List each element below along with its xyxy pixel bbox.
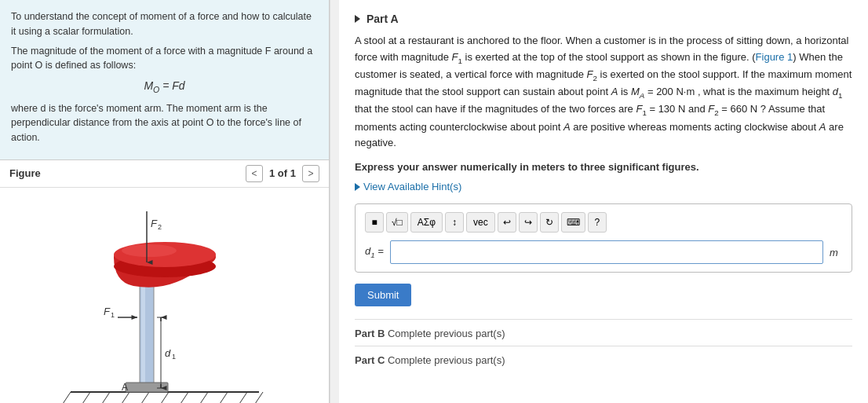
toolbar-root-btn[interactable]: √□: [386, 212, 408, 233]
right-panel: Part A A stool at a restaurant is anchor…: [339, 0, 868, 403]
figure-canvas: F 2 F 1 d 1 A: [0, 188, 329, 403]
answer-container: ■ √□ ΑΣφ ↕ vec ↩ ↪ ↻ ⌨ ? d1 =: [355, 203, 852, 273]
svg-line-1: [63, 392, 71, 403]
svg-line-3: [102, 392, 110, 403]
figure-title: Figure: [9, 167, 246, 179]
theory-box: To understand the concept of moment of a…: [0, 0, 329, 160]
toolbar-refresh-btn[interactable]: ↻: [540, 212, 559, 233]
undo-icon: ↩: [503, 217, 511, 228]
answer-input[interactable]: [390, 240, 823, 264]
redo-icon: ↪: [524, 217, 532, 228]
toolbar-undo-btn[interactable]: ↩: [498, 212, 516, 233]
svg-line-2: [82, 392, 90, 403]
instruction-text: Express your answer numerically in meter…: [355, 161, 852, 173]
figure-prev-button[interactable]: <: [246, 165, 263, 182]
part-c-text: Complete previous part(s): [388, 354, 505, 366]
svg-line-11: [255, 392, 263, 403]
hint-arrow-icon: [355, 183, 360, 191]
svg-line-5: [141, 392, 149, 403]
toolbar-keyboard-btn[interactable]: ⌨: [561, 212, 585, 233]
svg-line-7: [181, 392, 188, 403]
refresh-icon: ↻: [545, 217, 553, 228]
svg-text:2: 2: [158, 223, 162, 231]
toolbar-block-btn[interactable]: ■: [365, 212, 384, 233]
input-label: d1 =: [365, 245, 384, 259]
hint-link[interactable]: View Available Hint(s): [355, 181, 852, 192]
svg-text:F: F: [104, 306, 111, 317]
part-b-section: Part B Complete previous part(s): [355, 319, 852, 339]
toolbar-help-btn[interactable]: ?: [588, 212, 607, 233]
stool-figure: F 2 F 1 d 1 A: [47, 196, 283, 403]
expand-icon: [355, 15, 360, 23]
page-count: 1 of 1: [269, 167, 296, 179]
part-c-section: Part C Complete previous part(s): [355, 346, 852, 366]
problem-text: A stool at a restaurant is anchored to t…: [355, 33, 852, 152]
hint-label: View Available Hint(s): [363, 181, 461, 192]
math-toolbar: ■ √□ ΑΣφ ↕ vec ↩ ↪ ↻ ⌨ ?: [365, 212, 842, 233]
part-c-label: Part C: [355, 354, 385, 366]
keyboard-icon: ⌨: [567, 217, 580, 228]
part-a-label: Part A: [367, 13, 399, 25]
toolbar-redo-btn[interactable]: ↪: [519, 212, 538, 233]
theory-line1: To understand the concept of moment of a…: [11, 9, 318, 39]
svg-line-8: [200, 392, 208, 403]
part-a-header: Part A: [355, 13, 852, 25]
left-scrollbar[interactable]: [330, 0, 339, 403]
svg-text:d: d: [165, 347, 171, 359]
theory-formula: MO = Fd: [11, 78, 318, 97]
toolbar-arrows-btn[interactable]: ↕: [445, 212, 464, 233]
figure-next-button[interactable]: >: [302, 165, 319, 182]
part-b-label: Part B: [355, 328, 385, 339]
theory-line3: where d is the force's moment arm. The m…: [11, 101, 318, 145]
svg-line-9: [220, 392, 228, 403]
toolbar-greek-btn[interactable]: ΑΣφ: [410, 212, 443, 233]
svg-text:F: F: [151, 218, 158, 229]
figure-link[interactable]: Figure 1: [756, 51, 793, 63]
svg-text:1: 1: [111, 311, 115, 319]
svg-line-6: [161, 392, 169, 403]
toolbar-vec-btn[interactable]: vec: [466, 212, 495, 233]
arrows-icon: ↕: [452, 217, 457, 228]
input-row: d1 = m: [365, 240, 842, 264]
root-icon: √□: [392, 217, 403, 228]
left-panel: To understand the concept of moment of a…: [0, 0, 330, 403]
svg-point-18: [122, 244, 177, 257]
svg-text:A: A: [122, 382, 128, 393]
figure-nav: < 1 of 1 >: [246, 165, 319, 182]
submit-button[interactable]: Submit: [355, 284, 411, 306]
figure-section: Figure < 1 of 1 >: [0, 160, 329, 403]
formula-text: MO = Fd: [144, 79, 184, 92]
svg-line-10: [239, 392, 247, 403]
theory-line2: The magnitude of the moment of a force w…: [11, 44, 318, 74]
figure-header: Figure < 1 of 1 >: [0, 160, 329, 188]
svg-line-4: [122, 392, 129, 403]
unit-label: m: [830, 247, 842, 258]
svg-rect-14: [126, 383, 168, 392]
svg-text:1: 1: [172, 353, 176, 361]
part-b-text: Complete previous part(s): [388, 328, 505, 339]
